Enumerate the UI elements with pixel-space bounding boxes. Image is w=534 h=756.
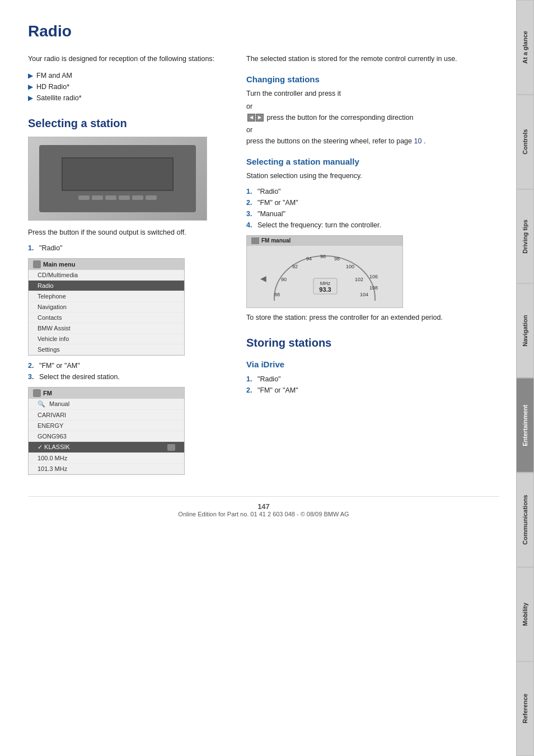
- sidebar-tab-at-a-glance[interactable]: At a glance: [516, 0, 534, 95]
- step-3: 3. Select the desired station.: [28, 371, 229, 382]
- selecting-steps-part1: 1. "Radio": [28, 242, 229, 254]
- page-number: 147: [28, 502, 499, 511]
- footer-text: Online Edition for Part no. 01 41 2 603 …: [28, 511, 499, 517]
- svg-text:102: 102: [355, 277, 363, 282]
- menu-item-vehicle-info: Vehicle info: [29, 334, 184, 344]
- sidebar-tab-driving-tips[interactable]: Driving tips: [516, 189, 534, 284]
- fm-item-1013: 101.3 MHz: [29, 464, 184, 474]
- list-item: ▶ HD Radio*: [28, 81, 229, 92]
- menu-item-telephone: Telephone: [29, 291, 184, 302]
- selecting-manually-heading: Selecting a station manually: [246, 157, 499, 166]
- main-menu-screenshot: Main menu CD/Multimedia Radio Telephone …: [28, 258, 185, 356]
- station-types-list: ▶ FM and AM ▶ HD Radio* ▶ Satellite radi…: [28, 70, 229, 104]
- menu-item-cd: CD/Multimedia: [29, 270, 184, 281]
- or-1: or: [246, 102, 499, 110]
- fm-header-icon: [33, 389, 41, 397]
- nav-btn-left: ◀ ▶: [246, 114, 266, 122]
- arrow-icon: ▶: [28, 71, 33, 81]
- svg-text:◀: ◀: [260, 274, 266, 283]
- fm-item-1000: 100.0 MHz: [29, 453, 184, 464]
- steering-wheel-text: press the buttons on the steering wheel,…: [246, 136, 499, 147]
- fm-dial-header: FM manual: [247, 236, 402, 246]
- fm-dial-header-icon: [251, 237, 259, 244]
- svg-text:92: 92: [292, 264, 298, 269]
- storing-step-1: 1. "Radio": [246, 374, 499, 385]
- manual-step-4: 4. Select the frequency: turn the contro…: [246, 220, 499, 231]
- svg-text:108: 108: [369, 285, 378, 291]
- arrow-icon: ▶: [28, 93, 33, 104]
- manual-step-1: 1. "Radio": [246, 186, 499, 197]
- page-ref-link[interactable]: 10: [414, 137, 422, 145]
- dial-svg: 88 90 92 94 96 98 100 102 104 MHz: [257, 250, 392, 301]
- arrow-icon: ▶: [28, 82, 33, 92]
- selecting-station-heading: Selecting a station: [28, 117, 229, 130]
- manual-select-steps: 1. "Radio" 2. "FM" or "AM" 3. "Manual" 4…: [246, 186, 499, 231]
- sidebar-tab-controls[interactable]: Controls: [516, 95, 534, 189]
- nav-buttons-text: ◀ ▶ press the button for the correspondi…: [246, 113, 499, 123]
- fm-item-carivari: CARIVARI: [29, 410, 184, 421]
- dial-container: 88 90 92 94 96 98 100 102 104 MHz: [247, 246, 402, 305]
- page-title: Radio: [28, 22, 499, 40]
- storing-stations-heading: Storing stations: [246, 337, 499, 349]
- svg-text:88: 88: [274, 292, 280, 297]
- menu-header: Main menu: [29, 259, 184, 270]
- menu-header-icon: [33, 260, 41, 268]
- menu-item-settings: Settings: [29, 344, 184, 355]
- sidebar-tab-mobility[interactable]: Mobility: [516, 567, 534, 662]
- fm-item-klassik: ✓ KLASSIK: [29, 442, 184, 453]
- storing-steps: 1. "Radio" 2. "FM" or "AM": [246, 374, 499, 396]
- store-icon: [167, 444, 175, 451]
- changing-stations-heading: Changing stations: [246, 74, 499, 84]
- list-item: ▶ FM and AM: [28, 70, 229, 81]
- menu-item-bmw-assist: BMW Assist: [29, 323, 184, 334]
- svg-text:96: 96: [320, 254, 326, 259]
- store-station-text: To store the station: press the controll…: [246, 312, 499, 323]
- fm-station-screenshot: FM 🔍 Manual CARIVARI ENERGY GONG963 ✓ KL…: [28, 387, 185, 475]
- fm-item-manual: 🔍 Manual: [29, 399, 184, 410]
- fm-item-gong: GONG963: [29, 431, 184, 442]
- manual-step-3: 3. "Manual": [246, 208, 499, 220]
- sidebar-tab-entertainment[interactable]: Entertainment: [516, 378, 534, 473]
- station-selection-subtitle: Station selection using the frequency.: [246, 171, 499, 181]
- fm-manual-screenshot: FM manual 88 90 92 94 96: [246, 235, 403, 308]
- svg-text:90: 90: [281, 277, 287, 282]
- step-1: 1. "Radio": [28, 242, 229, 254]
- storing-step-2: 2. "FM" or "AM": [246, 385, 499, 396]
- sidebar-tab-reference[interactable]: Reference: [516, 661, 534, 756]
- press-button-text: Press the button if the sound output is …: [28, 227, 229, 238]
- radio-device-image: [28, 137, 207, 221]
- menu-item-navigation: Navigation: [29, 302, 184, 312]
- svg-text:93.3: 93.3: [319, 286, 331, 293]
- svg-text:98: 98: [334, 256, 340, 262]
- selecting-steps-part2: 2. "FM" or "AM" 3. Select the desired st…: [28, 360, 229, 382]
- fm-header: FM: [29, 388, 184, 399]
- sidebar-tab-navigation[interactable]: Navigation: [516, 283, 534, 378]
- via-idrive-heading: Via iDrive: [246, 360, 499, 369]
- store-note-text: The selected station is stored for the r…: [246, 54, 499, 64]
- sidebar-tab-communications[interactable]: Communications: [516, 473, 534, 567]
- footer: 147 Online Edition for Part no. 01 41 2 …: [28, 496, 499, 517]
- step-2: 2. "FM" or "AM": [28, 360, 229, 371]
- svg-text:104: 104: [360, 292, 368, 297]
- or-2: or: [246, 126, 499, 134]
- list-item: ▶ Satellite radio*: [28, 92, 229, 104]
- svg-text:106: 106: [369, 274, 378, 279]
- svg-text:100: 100: [346, 264, 354, 269]
- menu-item-radio: Radio: [29, 281, 184, 291]
- svg-text:MHz: MHz: [320, 281, 331, 286]
- sidebar: At a glance Controls Driving tips Naviga…: [516, 0, 534, 756]
- turn-controller-text: Turn the controller and press it: [246, 88, 499, 99]
- svg-text:94: 94: [306, 256, 312, 262]
- fm-item-energy: ENERGY: [29, 421, 184, 431]
- manual-step-2: 2. "FM" or "AM": [246, 197, 499, 208]
- intro-text: Your radio is designed for reception of …: [28, 54, 229, 64]
- menu-item-contacts: Contacts: [29, 312, 184, 323]
